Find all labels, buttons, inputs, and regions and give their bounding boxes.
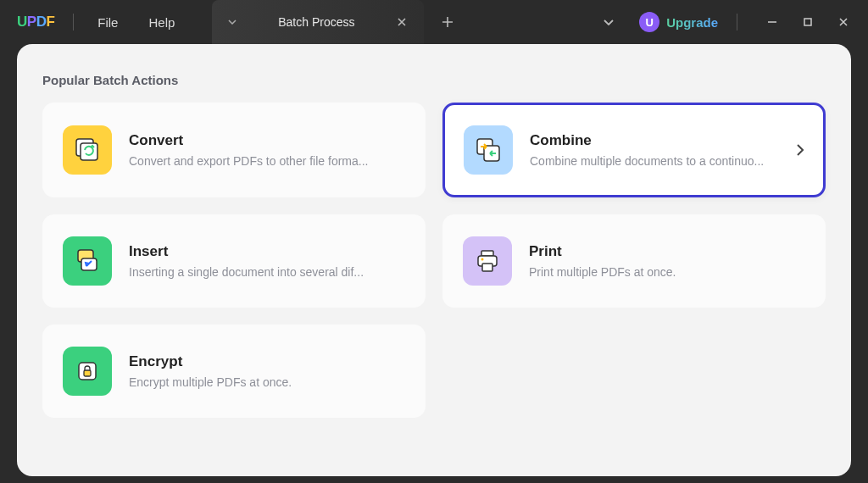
svg-rect-12 [84, 370, 91, 376]
card-description: Inserting a single document into several… [129, 265, 405, 279]
tab-dropdown-icon[interactable] [224, 14, 241, 31]
svg-rect-0 [804, 19, 811, 25]
menu-file[interactable]: File [82, 7, 133, 38]
card-combine[interactable]: Combine Combine multiple documents to a … [442, 103, 826, 197]
close-button[interactable] [826, 5, 861, 39]
card-title: Encrypt [129, 353, 405, 370]
card-title: Convert [129, 132, 405, 149]
content-frame: Popular Batch Actions Convert Convert an… [17, 44, 851, 476]
section-title: Popular Batch Actions [42, 73, 826, 87]
card-title: Print [529, 243, 805, 260]
new-tab-button[interactable] [431, 5, 465, 39]
svg-point-10 [481, 258, 484, 261]
cards-grid: Convert Convert and export PDFs to other… [42, 103, 826, 308]
card-print[interactable]: Print Print multiple PDFs at once. [442, 214, 826, 308]
upgrade-button[interactable]: U Upgrade [629, 8, 728, 36]
insert-icon [63, 236, 112, 286]
window-controls [754, 5, 861, 39]
card-description: Print multiple PDFs at once. [529, 265, 805, 279]
minimize-button[interactable] [754, 5, 790, 39]
cards-row: Encrypt Encrypt multiple PDFs at once. [42, 325, 826, 418]
svg-rect-7 [481, 251, 493, 256]
card-description: Convert and export PDFs to other file fo… [129, 154, 405, 168]
titlebar: UPDF File Help Batch Process U Upgrade [0, 0, 868, 44]
upgrade-label: Upgrade [666, 15, 718, 30]
tab-title: Batch Process [241, 15, 392, 29]
card-insert[interactable]: Insert Inserting a single document into … [42, 214, 426, 308]
card-convert[interactable]: Convert Convert and export PDFs to other… [42, 103, 426, 197]
convert-icon [63, 125, 112, 175]
card-title: Insert [129, 243, 405, 260]
print-icon [463, 236, 512, 286]
maximize-button[interactable] [790, 5, 826, 39]
separator [737, 14, 737, 31]
menu-help[interactable]: Help [133, 7, 190, 38]
combine-icon [464, 125, 513, 175]
card-description: Encrypt multiple PDFs at once. [129, 375, 405, 389]
chevron-right-icon [796, 143, 804, 157]
encrypt-icon [63, 347, 112, 396]
upgrade-badge: U [639, 12, 659, 32]
card-description: Combine multiple documents to a continuo… [530, 154, 779, 168]
svg-rect-9 [482, 264, 492, 271]
app-logo: UPDF [7, 14, 64, 31]
card-title: Combine [530, 132, 779, 149]
tab-batch-process[interactable]: Batch Process [212, 0, 424, 44]
tabs-dropdown-icon[interactable] [597, 19, 620, 25]
card-encrypt[interactable]: Encrypt Encrypt multiple PDFs at once. [42, 325, 426, 418]
separator [73, 14, 74, 31]
tab-close-icon[interactable] [392, 12, 412, 32]
